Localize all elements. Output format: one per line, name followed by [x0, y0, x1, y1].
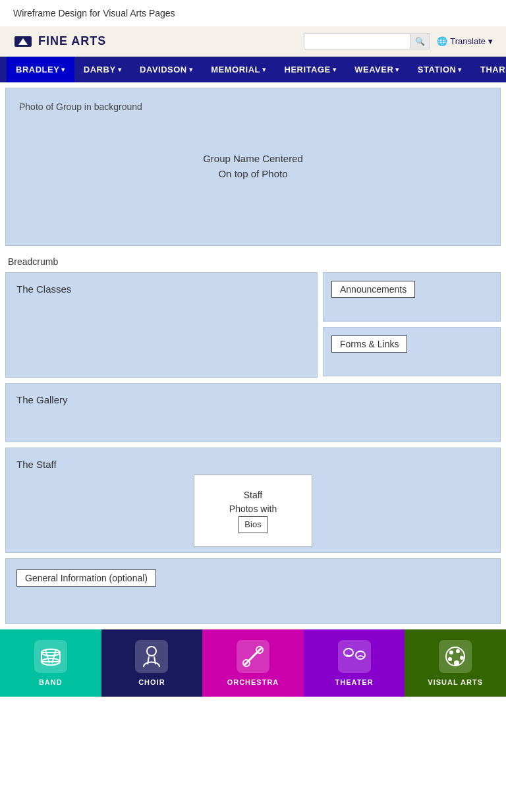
band-icon — [34, 640, 67, 673]
classes-panel: The Classes — [5, 272, 318, 378]
search-input[interactable] — [304, 34, 410, 49]
chevron-down-icon: ▾ — [333, 66, 337, 73]
svg-point-19 — [448, 657, 452, 661]
svg-point-7 — [147, 647, 156, 656]
footer-item-band[interactable]: BAND — [0, 629, 101, 697]
theater-label: THEATER — [335, 678, 374, 686]
chevron-down-icon: ▾ — [262, 66, 266, 73]
svg-point-16 — [449, 651, 453, 654]
staff-photos-label: StaffPhotos with — [229, 488, 277, 516]
right-panel: Announcements Forms & Links — [323, 272, 501, 378]
svg-line-10 — [245, 649, 261, 664]
hero-section: Photo of Group in background Group Name … — [5, 88, 501, 246]
footer-icons: BAND CHOIR ORCHESTRA — [0, 629, 506, 697]
header-right: 🔍 🌐 Translate ▾ — [304, 33, 493, 49]
staff-photos-box: StaffPhotos with Bios — [194, 475, 312, 547]
nav-item-darby[interactable]: DARBY ▾ — [74, 57, 130, 82]
content-area: The Classes Announcements Forms & Links — [0, 272, 506, 383]
logo-icon — [13, 34, 33, 49]
hero-bg-label: Photo of Group in background — [19, 102, 487, 112]
svg-point-20 — [454, 660, 459, 666]
staff-bios-label: Bios — [239, 516, 267, 533]
announcements-box: Announcements — [323, 272, 501, 322]
search-box[interactable]: 🔍 — [304, 33, 430, 49]
gallery-section: The Gallery — [5, 383, 501, 442]
footer-item-theater[interactable]: THEATER — [304, 629, 405, 697]
staff-label: The Staff — [16, 459, 490, 470]
announcements-label[interactable]: Announcements — [331, 281, 415, 298]
svg-line-8 — [148, 656, 149, 664]
chevron-down-icon: ▾ — [458, 66, 462, 73]
translate-label: Translate — [450, 36, 486, 46]
band-label: BAND — [39, 678, 63, 686]
svg-rect-3 — [42, 652, 60, 662]
globe-icon: 🌐 — [437, 36, 447, 46]
chevron-down-icon: ▾ — [395, 66, 399, 73]
general-info-section: General Information (optional) — [5, 558, 501, 624]
nav-item-bradley[interactable]: BRADLEY ▾ — [7, 57, 74, 82]
classes-label: The Classes — [16, 283, 306, 295]
logo-area: FINE ARTS — [13, 34, 106, 49]
forms-links-label[interactable]: Forms & Links — [331, 335, 407, 353]
orchestra-label: ORCHESTRA — [227, 678, 279, 686]
general-info-label: General Information (optional) — [16, 569, 156, 587]
breadcrumb: Breadcrumb — [0, 251, 506, 272]
svg-line-9 — [154, 656, 155, 664]
chevron-down-icon: ▾ — [189, 66, 193, 73]
orchestra-icon — [237, 640, 269, 673]
svg-rect-14 — [356, 651, 365, 659]
nav-item-weaver[interactable]: WEAVER ▾ — [345, 57, 408, 82]
staff-section: The Staff StaffPhotos with Bios — [5, 448, 501, 553]
chevron-down-icon: ▾ — [61, 66, 65, 73]
translate-chevron-icon: ▾ — [488, 36, 493, 46]
svg-rect-13 — [344, 649, 353, 656]
nav-item-memorial[interactable]: MEMORIAL ▾ — [202, 57, 275, 82]
choir-label: CHOIR — [138, 678, 165, 686]
theater-icon — [338, 640, 371, 673]
hero-center-text: Group Name Centered On top of Photo — [19, 152, 487, 181]
footer-item-choir[interactable]: CHOIR — [101, 629, 203, 697]
nav-bar: BRADLEY ▾ DARBY ▾ DAVIDSON ▾ MEMORIAL ▾ … — [0, 57, 506, 82]
choir-icon — [135, 640, 168, 673]
nav-item-davidson[interactable]: DAVIDSON ▾ — [130, 57, 202, 82]
footer-item-orchestra[interactable]: ORCHESTRA — [202, 629, 304, 697]
chevron-down-icon: ▾ — [118, 66, 122, 73]
translate-button[interactable]: 🌐 Translate ▾ — [437, 36, 493, 46]
visual-arts-label: VISUAL ARTS — [428, 678, 483, 686]
nav-item-tharp[interactable]: THARP ▾ — [471, 57, 506, 82]
nav-item-heritage[interactable]: HERITAGE ▾ — [275, 57, 346, 82]
nav-item-station[interactable]: STATION ▾ — [408, 57, 471, 82]
header: FINE ARTS 🔍 🌐 Translate ▾ — [0, 26, 506, 57]
search-button[interactable]: 🔍 — [410, 34, 430, 49]
svg-point-17 — [456, 649, 460, 653]
page-title: Wireframe Design for Visual Arts Pages — [0, 0, 506, 26]
svg-point-18 — [460, 656, 464, 660]
forms-links-box: Forms & Links — [323, 327, 501, 376]
logo-text: FINE ARTS — [38, 34, 106, 48]
visual-arts-icon — [439, 640, 472, 673]
gallery-label: The Gallery — [16, 394, 490, 405]
footer-item-visual-arts[interactable]: VISUAL ARTS — [405, 629, 506, 697]
